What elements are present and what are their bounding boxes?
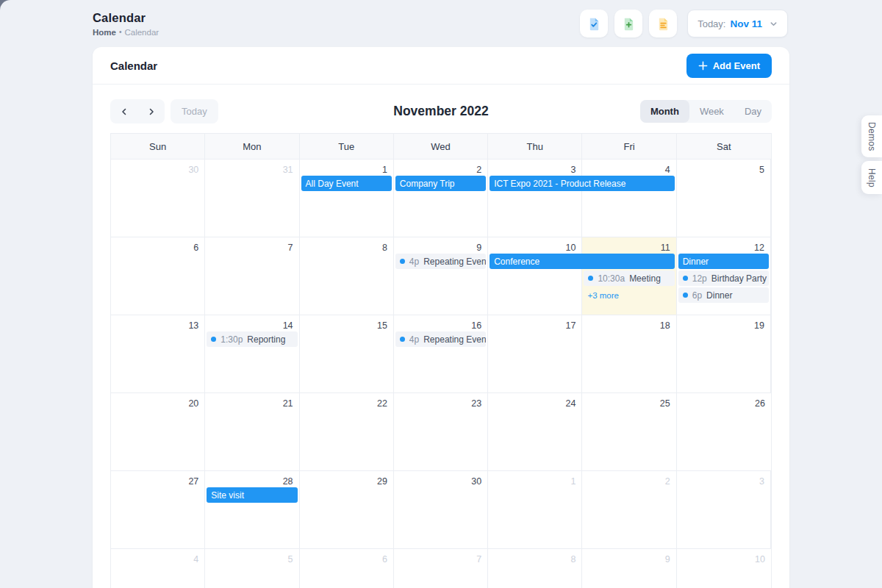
event-bar[interactable]: Company Trip bbox=[395, 176, 486, 191]
event-time: 4p bbox=[409, 334, 419, 345]
add-event-button[interactable]: Add Event bbox=[686, 54, 772, 78]
date-number: 7 bbox=[288, 243, 293, 253]
day-cell[interactable]: 9 bbox=[582, 549, 676, 588]
view-month-button[interactable]: Month bbox=[640, 100, 689, 123]
file-lines-icon-button[interactable] bbox=[649, 10, 677, 37]
day-cell[interactable]: 8 bbox=[300, 237, 394, 315]
day-cell[interactable]: 27 bbox=[111, 471, 205, 549]
event-bar[interactable]: All Day Event bbox=[301, 176, 392, 191]
page-title: Calendar bbox=[93, 11, 159, 25]
day-cell[interactable]: 8 bbox=[488, 549, 582, 588]
event-bar[interactable]: Site visit bbox=[207, 487, 297, 503]
day-cell[interactable]: 6 bbox=[300, 549, 394, 588]
demos-tab[interactable]: Demos bbox=[861, 115, 882, 157]
day-cell[interactable]: 3 bbox=[488, 159, 582, 237]
date-number: 26 bbox=[755, 398, 765, 409]
day-cell[interactable]: 17 bbox=[488, 315, 582, 393]
event-dot-icon bbox=[400, 259, 405, 264]
day-cell[interactable]: 7 bbox=[394, 549, 488, 588]
day-cell[interactable]: 31 bbox=[205, 159, 299, 237]
event-bar[interactable]: Dinner bbox=[678, 254, 769, 269]
event-item[interactable]: 10:30aMeeting bbox=[584, 270, 674, 286]
day-header-sat: Sat bbox=[677, 134, 771, 159]
day-cell[interactable]: 1 bbox=[488, 471, 582, 549]
event-title: Dinner bbox=[706, 290, 732, 301]
date-number: 23 bbox=[471, 398, 481, 409]
week-row: 45678910 bbox=[111, 549, 771, 588]
day-cell[interactable]: 30 bbox=[394, 471, 488, 549]
event-item[interactable]: 4pRepeating Event bbox=[395, 331, 486, 347]
file-check-icon-button[interactable] bbox=[580, 10, 608, 37]
today-date-dropdown[interactable]: Today: Nov 11 bbox=[687, 10, 788, 37]
date-number: 22 bbox=[377, 398, 387, 409]
date-number: 8 bbox=[570, 554, 576, 564]
event-item[interactable]: 4pRepeating Event bbox=[395, 254, 486, 269]
day-cell[interactable]: 3 bbox=[677, 471, 771, 549]
day-cell[interactable]: 10 bbox=[677, 549, 771, 588]
day-cell[interactable]: 30 bbox=[111, 159, 205, 237]
day-cell[interactable]: 2 bbox=[582, 471, 676, 549]
day-cell[interactable]: 25 bbox=[582, 393, 676, 471]
date-number: 11 bbox=[661, 243, 670, 253]
toolbar-left: Today bbox=[110, 99, 218, 123]
week-row: 303112345All Day EventCompany TripICT Ex… bbox=[111, 159, 771, 237]
event-item[interactable]: 12pBirthday Party bbox=[678, 270, 769, 286]
calendar-grid-body: 303112345All Day EventCompany TripICT Ex… bbox=[111, 159, 771, 588]
more-events-link[interactable]: +3 more bbox=[584, 287, 674, 303]
today-button[interactable]: Today bbox=[171, 99, 218, 123]
day-header-row: SunMonTueWedThuFriSat bbox=[111, 134, 771, 159]
date-number: 1 bbox=[570, 476, 576, 487]
day-cell[interactable]: 19 bbox=[677, 315, 771, 393]
day-cell[interactable]: 2 bbox=[394, 159, 488, 237]
prev-month-button[interactable] bbox=[110, 99, 137, 123]
event-dot-icon bbox=[588, 276, 593, 281]
day-cell[interactable]: 22 bbox=[300, 393, 394, 471]
day-cell[interactable]: 20 bbox=[111, 393, 205, 471]
view-week-button[interactable]: Week bbox=[689, 100, 734, 123]
week-row: 131415161718191:30pReporting4pRepeating … bbox=[111, 315, 771, 393]
day-cell[interactable]: 15 bbox=[300, 315, 394, 393]
event-item[interactable]: 6pDinner bbox=[678, 287, 769, 303]
day-cell[interactable]: 6 bbox=[111, 237, 205, 315]
event-bar[interactable]: ICT Expo 2021 - Product Release bbox=[490, 176, 675, 191]
breadcrumb-home[interactable]: Home bbox=[93, 28, 116, 37]
day-cell[interactable]: 5 bbox=[205, 549, 299, 588]
view-day-button[interactable]: Day bbox=[734, 100, 772, 123]
day-cell[interactable]: 5 bbox=[677, 159, 771, 237]
calendar-toolbar: Today November 2022 MonthWeekDay bbox=[110, 99, 772, 123]
add-event-label: Add Event bbox=[713, 60, 760, 71]
day-cell[interactable]: 14 bbox=[205, 315, 299, 393]
page-title-block: Calendar Home • Calendar bbox=[93, 11, 159, 37]
day-cell[interactable]: 18 bbox=[582, 315, 676, 393]
date-number: 9 bbox=[665, 554, 670, 564]
day-cell[interactable]: 28 bbox=[205, 471, 299, 549]
week-row: 20212223242526 bbox=[111, 393, 771, 471]
breadcrumb: Home • Calendar bbox=[93, 28, 159, 37]
day-cell[interactable]: 26 bbox=[677, 393, 771, 471]
day-cell[interactable]: 4 bbox=[111, 549, 205, 588]
next-month-button[interactable] bbox=[137, 99, 165, 123]
day-cell[interactable]: 21 bbox=[205, 393, 299, 471]
today-widget-label: Today: bbox=[698, 18, 725, 29]
day-cell[interactable]: 23 bbox=[394, 393, 488, 471]
page-header: Calendar Home • Calendar Today: Nov 11 bbox=[0, 0, 882, 47]
day-cell[interactable]: 16 bbox=[394, 315, 488, 393]
day-cell[interactable]: 29 bbox=[300, 471, 394, 549]
event-item[interactable]: 1:30pReporting bbox=[207, 331, 297, 347]
date-number: 16 bbox=[471, 320, 481, 331]
event-bar[interactable]: Conference bbox=[490, 254, 675, 269]
date-number: 1 bbox=[382, 165, 387, 175]
day-cell[interactable]: 13 bbox=[111, 315, 205, 393]
help-tab[interactable]: Help bbox=[861, 161, 882, 194]
day-header-fri: Fri bbox=[582, 134, 676, 159]
day-cell[interactable]: 1 bbox=[300, 159, 394, 237]
day-cell[interactable]: 4 bbox=[582, 159, 676, 237]
day-cell[interactable]: 7 bbox=[205, 237, 299, 315]
day-cell[interactable]: 24 bbox=[488, 393, 582, 471]
date-number: 24 bbox=[566, 398, 576, 409]
file-plus-icon-button[interactable] bbox=[614, 10, 642, 37]
day-cell[interactable]: 10 bbox=[488, 237, 582, 315]
day-cell[interactable]: 9 bbox=[394, 237, 488, 315]
date-number: 3 bbox=[570, 165, 576, 175]
date-number: 17 bbox=[566, 320, 576, 331]
